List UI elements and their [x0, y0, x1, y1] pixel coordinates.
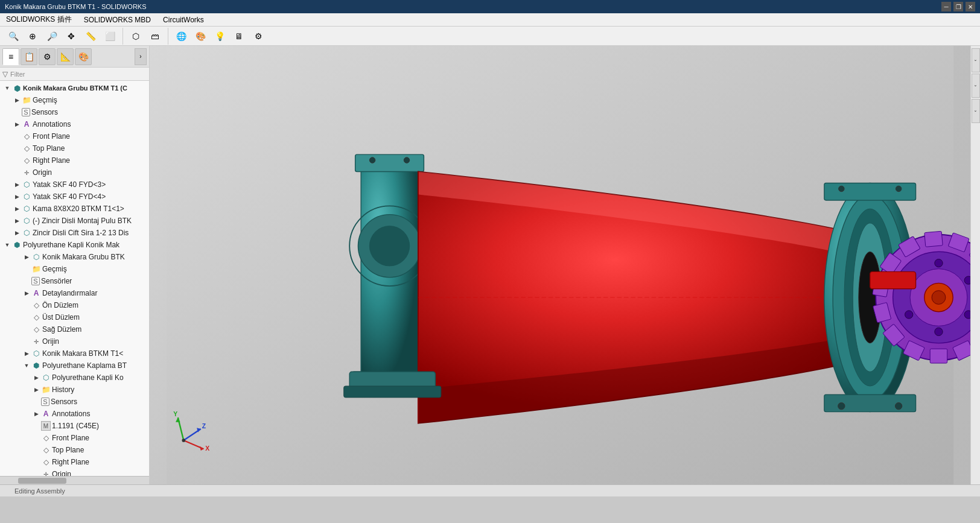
tree-item-origin[interactable]: ✛ Origin	[0, 166, 149, 179]
on-duzlem-toggle[interactable]	[22, 300, 31, 310]
front-plane-toggle[interactable]	[12, 132, 22, 141]
poly-konik-toggle[interactable]: ▼	[2, 240, 12, 250]
tree-item-gecmis2[interactable]: 📁 Geçmiş	[0, 263, 149, 275]
zoom-icon-btn[interactable]: 🔎	[43, 28, 60, 44]
sensorler-toggle[interactable]	[22, 276, 31, 286]
tree-item-sensors[interactable]: S Sensors	[0, 106, 149, 118]
pan-icon-btn[interactable]: ✥	[63, 28, 80, 44]
tree-root-item[interactable]: ▼ ⬢ Konik Makara Grubu BTKM T1 (C	[0, 82, 149, 94]
tree-item-poly-konik[interactable]: ▼ ⬢ Polyurethane Kapli Konik Mak	[0, 239, 149, 251]
render-icon-btn[interactable]: 🌐	[173, 28, 189, 44]
origin-toggle[interactable]	[12, 168, 22, 177]
poly-kapli-toggle[interactable]: ▶	[31, 373, 41, 382]
detay-toggle[interactable]: ▶	[22, 288, 31, 298]
right-panel-btn-2[interactable]: ›	[972, 74, 980, 98]
tree-item-annotations-sub[interactable]: ▶ A Annotations	[0, 408, 149, 420]
front-plane-sub-toggle[interactable]	[31, 433, 41, 443]
minimize-button[interactable]: ─	[941, 2, 951, 11]
konik-sub2-toggle[interactable]: ▶	[22, 349, 31, 358]
close-button[interactable]: ✕	[966, 2, 975, 11]
right-plane-sub-toggle[interactable]	[31, 457, 41, 467]
restore-button[interactable]: ❐	[953, 2, 963, 11]
tree-item-kama[interactable]: ▶ ⬡ Kama 8X8X20 BTKM T1<1>	[0, 203, 149, 215]
menu-circuitworks[interactable]: CircuitWorks	[157, 13, 210, 26]
tree-item-sensors-sub[interactable]: S Sensors	[0, 396, 149, 408]
tree-item-poly-kapli[interactable]: ▶ ⬡ Polyurethane Kapli Ko	[0, 372, 149, 384]
tree-item-detay[interactable]: ▶ A Detaylandırmalar	[0, 287, 149, 299]
right-plane-toggle[interactable]	[12, 156, 22, 165]
tree-item-konik-sub2[interactable]: ▶ ⬡ Konik Makara BTKM T1<	[0, 347, 149, 360]
tree-item-gecmis[interactable]: ▶ 📁 Geçmiş	[0, 94, 149, 106]
tree-item-top-plane[interactable]: ◇ Top Plane	[0, 142, 149, 154]
tree-item-history[interactable]: ▶ 📁 History	[0, 384, 149, 396]
appearance-icon-btn[interactable]: 🎨	[192, 28, 209, 44]
tree-item-front-plane-sub[interactable]: ◇ Front Plane	[0, 432, 149, 444]
rotate-icon-btn[interactable]: ⊕	[24, 28, 41, 44]
zincir-cift-toggle[interactable]: ▶	[12, 228, 22, 238]
ust-duzlem-toggle[interactable]	[22, 312, 31, 322]
scrollbar-thumb[interactable]	[18, 478, 66, 484]
zincir-dis-toggle[interactable]: ▶	[12, 216, 22, 226]
tree-item-front-plane[interactable]: ◇ Front Plane	[0, 130, 149, 142]
gecmis2-toggle[interactable]	[22, 264, 31, 274]
menu-solidworks-mbd[interactable]: SOLIDWORKS MBD	[78, 13, 157, 26]
konik-sub-toggle[interactable]: ▶	[22, 252, 31, 262]
annotations-toggle[interactable]: ▶	[12, 119, 22, 129]
tree-scrollbar-horizontal[interactable]	[0, 476, 149, 484]
measure-icon-btn[interactable]: 📏	[82, 28, 99, 44]
view-orient-btn[interactable]: 🗃	[147, 28, 164, 44]
top-plane-sub-toggle[interactable]	[31, 445, 41, 455]
tree-item-konik-sub[interactable]: ▶ ⬡ Konik Makara Grubu BTK	[0, 251, 149, 263]
tree-item-top-plane-sub[interactable]: ◇ Top Plane	[0, 444, 149, 456]
tab-dim-manager[interactable]: 📐	[57, 48, 74, 65]
tree-item-zincir-dis[interactable]: ▶ ⬡ (-) Zincir Disli Montaj Pulu BTK	[0, 215, 149, 227]
tree-item-right-plane[interactable]: ◇ Right Plane	[0, 154, 149, 166]
gecmis-toggle[interactable]: ▶	[12, 95, 22, 105]
scene-icon-btn[interactable]: 💡	[211, 28, 228, 44]
tree-item-poly-kaplama[interactable]: ▼ ⬢ Polyurethane Kaplama BT	[0, 360, 149, 372]
on-duzlem-icon: ◇	[31, 300, 41, 310]
history-toggle[interactable]: ▶	[31, 385, 41, 395]
tree-item-yatak2[interactable]: ▶ ⬡ Yatak SKF 40 FYD<4>	[0, 191, 149, 203]
panel-tab-more[interactable]: ›	[135, 48, 147, 65]
material-toggle[interactable]	[31, 421, 41, 431]
display-manager-btn[interactable]: 🖥	[231, 28, 247, 44]
viewport-3d[interactable]: X Y Z	[150, 46, 970, 484]
tab-feature-manager[interactable]: ≡	[2, 48, 19, 65]
menu-solidworks-plugin[interactable]: SOLIDWORKS 插件	[0, 13, 78, 26]
tree-item-sensorler[interactable]: S Sensörler	[0, 275, 149, 287]
right-panel-btn-3[interactable]: ›	[972, 99, 980, 123]
orijin-toggle[interactable]	[22, 337, 31, 346]
display-style-btn[interactable]: ⬡	[127, 28, 144, 44]
yatak1-toggle[interactable]: ▶	[12, 180, 22, 189]
feature-tree[interactable]: ▼ ⬢ Konik Makara Grubu BTKM T1 (C ▶ 📁 Ge…	[0, 81, 149, 476]
sensors-toggle[interactable]	[12, 107, 22, 117]
tree-item-material[interactable]: M 1.1191 (C45E)	[0, 420, 149, 432]
root-toggle[interactable]: ▼	[2, 83, 12, 93]
tree-item-on-duzlem[interactable]: ◇ Ön Düzlem	[0, 299, 149, 311]
tree-item-origin-sub[interactable]: ✛ Origin	[0, 468, 149, 476]
tree-item-zincir-cift[interactable]: ▶ ⬡ Zincir Disli Cift Sira 1-2 13 Dis	[0, 227, 149, 239]
tab-property-manager[interactable]: 📋	[21, 48, 37, 65]
yatak2-toggle[interactable]: ▶	[12, 192, 22, 201]
tree-item-sag-duzlem[interactable]: ◇ Sağ Düzlem	[0, 323, 149, 335]
top-plane-toggle[interactable]	[12, 144, 22, 153]
sag-duzlem-toggle[interactable]	[22, 325, 31, 334]
tree-item-annotations[interactable]: ▶ A Annotations	[0, 118, 149, 130]
settings-icon-btn[interactable]: ⚙	[250, 28, 267, 44]
tree-item-orijin[interactable]: ✛ Orijin	[0, 335, 149, 347]
tab-display-manager[interactable]: 🎨	[75, 48, 92, 65]
right-panel: › › ›	[970, 46, 980, 484]
right-panel-btn-1[interactable]: ›	[972, 48, 980, 72]
sensors-sub-toggle[interactable]	[31, 397, 41, 407]
search-icon-btn[interactable]: 🔍	[5, 28, 22, 44]
tree-item-ust-duzlem[interactable]: ◇ Üst Düzlem	[0, 311, 149, 323]
poly-kaplama-toggle[interactable]: ▼	[22, 361, 31, 370]
tree-item-yatak1[interactable]: ▶ ⬡ Yatak SKF 40 FYD<3>	[0, 179, 149, 191]
section-icon-btn[interactable]: ⬜	[101, 28, 118, 44]
annotations-sub-toggle[interactable]: ▶	[31, 409, 41, 419]
tree-item-right-plane-sub[interactable]: ◇ Right Plane	[0, 456, 149, 468]
tab-config-manager[interactable]: ⚙	[39, 48, 56, 65]
origin-sub-toggle[interactable]	[31, 469, 41, 476]
kama-toggle[interactable]: ▶	[12, 204, 22, 214]
